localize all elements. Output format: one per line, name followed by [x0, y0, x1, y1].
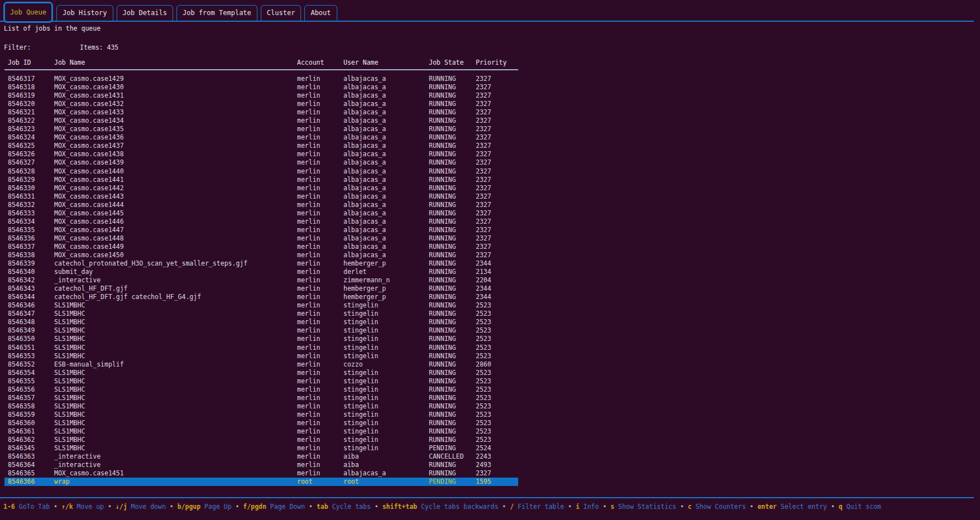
table-row[interactable]: 8546328MOX_casmo.case1440merlinalbajacas…	[4, 167, 518, 176]
table-row[interactable]: 8546339catechol_protonated_H3O_scan_yet_…	[4, 259, 518, 268]
key-hint-bar: 1-6 GoTo Tab • ↑/k Move up • ↓/j Move do…	[3, 502, 977, 511]
table-row[interactable]: 8546366wraprootrootPENDING1595	[4, 478, 518, 486]
cell-priority: 2523	[476, 386, 518, 394]
cell-priority: 2344	[476, 285, 518, 293]
filter-input[interactable]	[33, 44, 78, 51]
cell-job-name: MOX_casmo.case1442	[54, 184, 297, 192]
table-row[interactable]: 8546354SLS1MBHCmerlinstingelinRUNNING252…	[4, 369, 518, 377]
table-row[interactable]: 8546319MOX_casmo.case1431merlinalbajacas…	[4, 92, 518, 100]
keybar-separator: •	[305, 503, 317, 511]
table-row[interactable]: 8546323MOX_casmo.case1435merlinalbajacas…	[4, 125, 518, 133]
cell-account: root	[297, 478, 343, 486]
cell-job-state: RUNNING	[429, 461, 476, 469]
cell-account: merlin	[297, 419, 343, 427]
table-row[interactable]: 8546330MOX_casmo.case1442merlinalbajacas…	[4, 184, 518, 192]
cell-user-name: stingelin	[343, 436, 429, 444]
table-row[interactable]: 8546317MOX_casmo.case1429merlinalbajacas…	[4, 75, 518, 83]
table-row[interactable]: 8546338MOX_casmo.case1450merlinalbajacas…	[4, 251, 518, 259]
table-row[interactable]: 8546359SLS1MBHCmerlinstingelinRUNNING252…	[4, 411, 518, 419]
tab-bar: Job QueueJob HistoryJob DetailsJob from …	[3, 0, 337, 23]
cell-job-id: 8546317	[8, 75, 54, 83]
cell-job-name: SLS1MBHC	[54, 436, 297, 444]
table-row[interactable]: 8546365MOX_casmo.case1451merlinalbajacas…	[4, 469, 518, 478]
table-row[interactable]: 8546362SLS1MBHCmerlinstingelinRUNNING252…	[4, 436, 518, 444]
table-row[interactable]: 8546363_interactivemerlinaibaCANCELLED22…	[4, 452, 518, 461]
table-row[interactable]: 8546358SLS1MBHCmerlinstingelinRUNNING252…	[4, 402, 518, 411]
cell-priority: 2327	[476, 167, 518, 176]
cell-priority: 1595	[476, 478, 518, 486]
cell-account: merlin	[297, 218, 343, 226]
table-row[interactable]: 8546325MOX_casmo.case1437merlinalbajacas…	[4, 142, 518, 150]
table-row[interactable]: 8546342_interactivemerlinzimmermann_nRUN…	[4, 276, 518, 285]
table-row[interactable]: 8546351SLS1MBHCmerlinstingelinRUNNING252…	[4, 344, 518, 352]
table-row[interactable]: 8546356SLS1MBHCmerlinstingelinRUNNING252…	[4, 386, 518, 394]
cell-user-name: albajacas_a	[343, 184, 429, 192]
cell-account: merlin	[297, 167, 343, 176]
cell-job-id: 8546322	[8, 117, 54, 125]
table-row[interactable]: 8546331MOX_casmo.case1443merlinalbajacas…	[4, 192, 518, 201]
table-row[interactable]: 8546360SLS1MBHCmerlinstingelinRUNNING252…	[4, 419, 518, 427]
cell-job-name: MOX_casmo.case1432	[54, 100, 297, 108]
table-row[interactable]: 8546349SLS1MBHCmerlinstingelinRUNNING252…	[4, 326, 518, 335]
table-row[interactable]: 8546320MOX_casmo.case1432merlinalbajacas…	[4, 100, 518, 108]
tab-cluster[interactable]: Cluster	[261, 5, 302, 21]
cell-job-name: SLS1MBHC	[54, 310, 297, 318]
cell-priority: 2327	[476, 201, 518, 209]
cell-job-name: SLS1MBHC	[54, 402, 297, 411]
table-row[interactable]: 8546355SLS1MBHCmerlinstingelinRUNNING252…	[4, 377, 518, 386]
table-row[interactable]: 8546321MOX_casmo.case1433merlinalbajacas…	[4, 108, 518, 117]
cell-job-id: 8546359	[8, 411, 54, 419]
table-row[interactable]: 8546343catechol_HF_DFT.gjfmerlinhemberge…	[4, 285, 518, 293]
tab-job-history[interactable]: Job History	[56, 5, 113, 21]
cell-job-id: 8546343	[8, 285, 54, 293]
table-row[interactable]: 8546322MOX_casmo.case1434merlinalbajacas…	[4, 117, 518, 125]
tab-job-details[interactable]: Job Details	[117, 5, 173, 21]
cell-job-name: SLS1MBHC	[54, 301, 297, 310]
cell-user-name: albajacas_a	[343, 209, 429, 218]
cell-job-id: 8546320	[8, 100, 54, 108]
cell-job-state: RUNNING	[429, 150, 476, 158]
cell-job-id: 8546342	[8, 276, 54, 285]
table-row[interactable]: 8546324MOX_casmo.case1436merlinalbajacas…	[4, 133, 518, 142]
tab-about[interactable]: About	[304, 5, 337, 21]
table-row[interactable]: 8546364_interactivemerlinaibaRUNNING2493	[4, 461, 518, 469]
table-row[interactable]: 8546337MOX_casmo.case1449merlinalbajacas…	[4, 243, 518, 251]
table-row[interactable]: 8546350SLS1MBHCmerlinstingelinRUNNING252…	[4, 335, 518, 343]
keybar-description: Move up	[73, 503, 104, 511]
cell-account: merlin	[297, 209, 343, 218]
cell-user-name: stingelin	[343, 369, 429, 377]
cell-job-name: MOX_casmo.case1445	[54, 209, 297, 218]
cell-job-name: MOX_casmo.case1449	[54, 243, 297, 251]
table-row[interactable]: 8546340submit_daymerlinderletRUNNING2134	[4, 268, 518, 276]
tab-job-from-template[interactable]: Job from Template	[176, 5, 257, 21]
cell-job-state: RUNNING	[429, 318, 476, 326]
cell-user-name: hemberger_p	[343, 293, 429, 301]
cell-user-name: albajacas_a	[343, 469, 429, 478]
table-row[interactable]: 8546344catechol_HF_DFT.gjf catechol_HF_G…	[4, 293, 518, 301]
table-row[interactable]: 8546326MOX_casmo.case1438merlinalbajacas…	[4, 150, 518, 158]
table-row[interactable]: 8546347SLS1MBHCmerlinstingelinRUNNING252…	[4, 310, 518, 318]
table-row[interactable]: 8546333MOX_casmo.case1445merlinalbajacas…	[4, 209, 518, 218]
table-row[interactable]: 8546361SLS1MBHCmerlinstingelinRUNNING252…	[4, 427, 518, 436]
column-header-job-name: Job Name	[54, 59, 297, 66]
table-row[interactable]: 8546357SLS1MBHCmerlinstingelinRUNNING252…	[4, 394, 518, 402]
table-row[interactable]: 8546327MOX_casmo.case1439merlinalbajacas…	[4, 158, 518, 167]
table-row[interactable]: 8546332MOX_casmo.case1444merlinalbajacas…	[4, 201, 518, 209]
table-row[interactable]: 8546352ESB-manual_simplifmerlincozzoRUNN…	[4, 360, 518, 369]
table-row[interactable]: 8546336MOX_casmo.case1448merlinalbajacas…	[4, 234, 518, 243]
cell-job-name: submit_day	[54, 268, 297, 276]
table-row[interactable]: 8546335MOX_casmo.case1447merlinalbajacas…	[4, 226, 518, 234]
cell-job-name: SLS1MBHC	[54, 326, 297, 335]
table-row[interactable]: 8546334MOX_casmo.case1446merlinalbajacas…	[4, 218, 518, 226]
table-row[interactable]: 8546329MOX_casmo.case1441merlinalbajacas…	[4, 176, 518, 184]
cell-job-name: SLS1MBHC	[54, 369, 297, 377]
table-row[interactable]: 8546353SLS1MBHCmerlinstingelinRUNNING252…	[4, 352, 518, 360]
tab-job-queue[interactable]: Job Queue	[3, 2, 53, 23]
cell-priority: 2327	[476, 243, 518, 251]
table-row[interactable]: 8546345SLS1MBHCmerlinstingelinPENDING252…	[4, 444, 518, 452]
keybar-description: Quit scom	[843, 503, 881, 511]
table-row[interactable]: 8546346SLS1MBHCmerlinstingelinRUNNING252…	[4, 301, 518, 310]
keybar-separator: •	[104, 503, 116, 511]
table-row[interactable]: 8546318MOX_casmo.case1430merlinalbajacas…	[4, 83, 518, 92]
table-row[interactable]: 8546348SLS1MBHCmerlinstingelinRUNNING252…	[4, 318, 518, 326]
